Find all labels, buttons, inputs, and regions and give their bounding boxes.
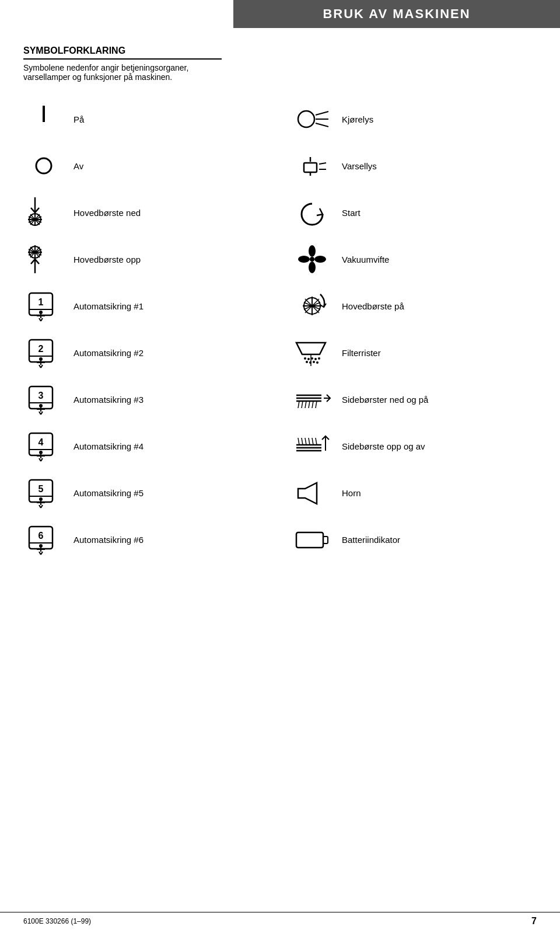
svg-line-9 — [319, 163, 326, 164]
label-batteri: Batteriindikator — [342, 535, 400, 545]
symbol-row-filterrister: Filterrister — [292, 329, 537, 376]
icon-fuse6: 6 — [23, 522, 64, 557]
svg-line-109 — [41, 505, 43, 508]
svg-text:3: 3 — [38, 391, 44, 400]
icon-side-up — [292, 429, 332, 464]
icon-side-down — [292, 382, 332, 417]
svg-point-113 — [39, 544, 43, 548]
svg-point-31 — [298, 256, 310, 263]
symbol-row-paa: På — [23, 96, 268, 142]
svg-marker-55 — [296, 343, 326, 354]
icon-fuse1: 1 — [23, 288, 64, 323]
svg-line-99 — [312, 438, 313, 445]
svg-text:2: 2 — [38, 344, 44, 354]
svg-line-77 — [298, 401, 299, 408]
header-bar: BRUK AV MASKINEN — [233, 0, 560, 28]
symbol-row-vakuum: Vakuumvifte — [292, 236, 537, 283]
svg-line-79 — [305, 401, 306, 408]
symbol-grid: På Kjørelys Av — [23, 96, 537, 563]
symbol-row-kjorelys: Kjørelys — [292, 96, 537, 142]
svg-line-39 — [41, 318, 43, 321]
icon-fan — [292, 242, 332, 277]
label-fuse5: Automatsikring #5 — [74, 488, 144, 498]
svg-point-1 — [298, 111, 314, 127]
svg-point-63 — [313, 361, 315, 363]
label-vakuum: Vakuumvifte — [342, 255, 389, 264]
icon-fuse4: 4 — [23, 429, 64, 464]
label-varsellys: Varsellys — [342, 161, 377, 171]
svg-line-98 — [309, 438, 310, 445]
label-horn: Horn — [342, 488, 361, 498]
icon-brush-on — [292, 288, 332, 323]
icon-battery — [292, 522, 332, 557]
symbol-row-av: Av — [23, 142, 268, 189]
svg-text:1: 1 — [38, 297, 44, 307]
svg-text:5: 5 — [38, 484, 44, 494]
svg-line-117 — [41, 552, 43, 555]
section-divider — [23, 58, 222, 60]
label-hb-ned: Hovedbørste ned — [74, 208, 141, 218]
icon-filter — [292, 335, 332, 370]
symbol-row-fuse1: 1 Automatsikring #1 — [23, 283, 268, 329]
main-content: SYMBOLFORKLARING Symbolene nedenfor angi… — [0, 28, 560, 598]
svg-point-28 — [309, 245, 316, 257]
svg-point-87 — [39, 451, 43, 454]
svg-line-54 — [41, 365, 43, 368]
icon-start — [292, 195, 332, 230]
svg-line-78 — [302, 401, 303, 408]
svg-point-35 — [39, 311, 43, 314]
footer-left: 6100E 330266 (1–99) — [23, 917, 91, 925]
label-filterrister: Filterrister — [342, 348, 381, 358]
symbol-row-horn: Horn — [292, 469, 537, 516]
label-fuse6: Automatsikring #6 — [74, 535, 144, 545]
icon-fuse3: 3 — [23, 382, 64, 417]
svg-point-29 — [314, 256, 326, 263]
svg-rect-118 — [296, 532, 323, 548]
svg-point-69 — [39, 404, 43, 407]
svg-point-61 — [306, 361, 308, 363]
section-description: Symbolene nedenfor angir betjeningsorgan… — [23, 63, 537, 82]
svg-line-82 — [316, 401, 317, 408]
icon-brush-up — [23, 242, 64, 277]
symbol-row-hb-opp: Hovedbørste opp — [23, 236, 268, 283]
section-title: SYMBOLFORKLARING — [23, 46, 537, 56]
label-hb-paa: Hovedbørste på — [342, 301, 404, 311]
header-title: BRUK AV MASKINEN — [323, 6, 470, 22]
svg-line-2 — [316, 112, 328, 115]
icon-warninglight — [292, 148, 332, 183]
svg-point-105 — [39, 497, 43, 501]
icon-headlights — [292, 102, 332, 137]
icon-fuse2: 2 — [23, 335, 64, 370]
svg-point-57 — [307, 358, 310, 360]
svg-point-50 — [39, 357, 43, 361]
icon-horn — [292, 475, 332, 510]
symbol-row-fuse4: 4 Automatsikring #4 — [23, 423, 268, 469]
svg-line-97 — [305, 438, 306, 445]
icon-on — [23, 102, 64, 137]
label-paa: På — [74, 114, 84, 124]
svg-point-59 — [314, 358, 317, 360]
symbol-row-side-opp: Sidebørste opp og av — [292, 423, 537, 469]
svg-line-80 — [309, 401, 310, 408]
label-kjorelys: Kjørelys — [342, 114, 373, 124]
label-fuse3: Automatsikring #3 — [74, 395, 144, 405]
symbol-row-hb-ned: Hovedbørste ned — [23, 189, 268, 236]
symbol-row-batteri: Batteriindikator — [292, 516, 537, 563]
symbol-row-hb-paa: Hovedbørste på — [292, 283, 537, 329]
symbol-row-fuse5: 5 Automatsikring #5 — [23, 469, 268, 516]
svg-point-64 — [316, 361, 318, 364]
svg-rect-6 — [304, 163, 317, 172]
label-fuse1: Automatsikring #1 — [74, 301, 144, 311]
icon-brush-down — [23, 195, 64, 230]
svg-line-81 — [312, 401, 313, 408]
symbol-row-fuse2: 2 Automatsikring #2 — [23, 329, 268, 376]
label-side-opp: Sidebørste opp og av — [342, 441, 425, 451]
symbol-row-fuse6: 6 Automatsikring #6 — [23, 516, 268, 563]
label-side-ned: Sidebørster ned og på — [342, 395, 428, 405]
footer-right: 7 — [531, 916, 537, 926]
svg-text:4: 4 — [38, 437, 44, 447]
icon-off — [23, 148, 64, 183]
svg-line-4 — [316, 123, 328, 127]
svg-line-100 — [316, 438, 317, 445]
label-start: Start — [342, 208, 360, 218]
